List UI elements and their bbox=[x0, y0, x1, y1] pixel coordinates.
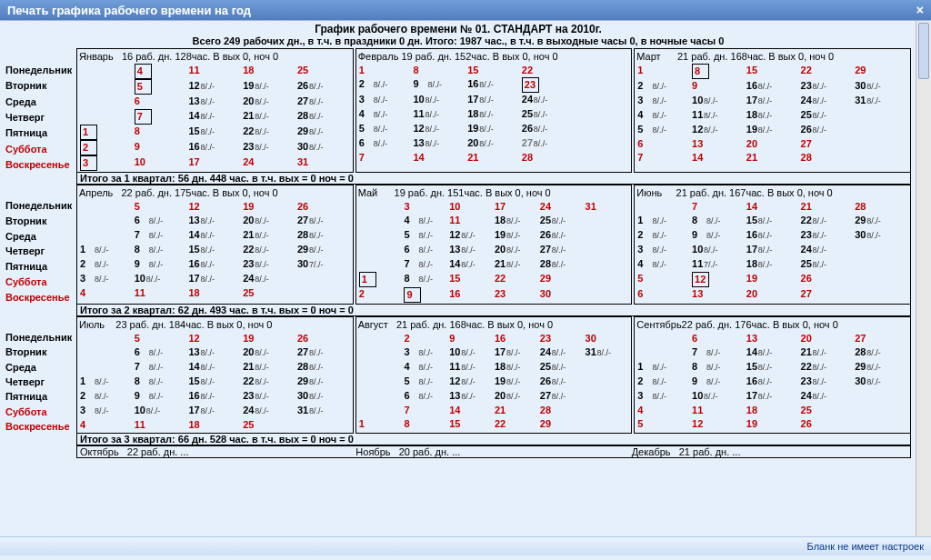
report-title: График рабочего времени № 01. СТАНДАРТ н… bbox=[5, 23, 911, 35]
quarter-4-row-partial: Октябрь 22 раб. дн. ... Ноябрь 20 раб. д… bbox=[76, 445, 911, 458]
window-titlebar: Печать графика рабочего времени на год × bbox=[0, 0, 931, 20]
viewport: График рабочего времени № 01. СТАНДАРТ н… bbox=[0, 20, 931, 555]
month-jan: Январь 16 раб. дн. 128час. В вых 0, ноч … bbox=[76, 48, 354, 173]
report-page: График рабочего времени № 01. СТАНДАРТ н… bbox=[0, 21, 916, 460]
month-sep: Сентябрь22 раб. дн. 176час. В вых 0, ноч… bbox=[634, 316, 911, 434]
close-icon[interactable]: × bbox=[916, 3, 924, 17]
month-mar: Март 21 раб. дн. 168час. В вых 0, ноч 0 … bbox=[634, 48, 911, 173]
month-feb: Февраль 19 раб. дн. 152час. В вых 0, ноч… bbox=[355, 48, 633, 173]
quarter-1-row: Понедельник Вторник Среда Четверг Пятниц… bbox=[5, 48, 911, 173]
status-text: Бланк не имеет настроек bbox=[807, 541, 924, 552]
scrollbar-thumb[interactable] bbox=[918, 23, 929, 79]
quarter-2-row: ПонедельникВторникСреда ЧетвергПятница С… bbox=[5, 185, 911, 305]
month-apr: Апрель 22 раб. дн. 175час. В вых 0, ноч … bbox=[76, 185, 354, 305]
month-jun: Июнь 21 раб. дн. 167час. В вых 0, ноч 0 … bbox=[634, 185, 911, 305]
day-of-week-labels: Понедельник Вторник Среда Четверг Пятниц… bbox=[5, 62, 76, 173]
report-summary: Всего 249 рабочих дн., в т.ч. в праздник… bbox=[5, 35, 911, 46]
month-aug: Август 21 раб. дн. 168час. В вых 0, ноч … bbox=[355, 316, 633, 434]
status-bar: Бланк не имеет настроек bbox=[0, 536, 931, 555]
quarter-1-total: Итого за 1 квартал: 56 дн. 448 час. в т.… bbox=[76, 173, 911, 185]
month-may: Май 19 раб. дн. 151час. В вых 0, ноч 0 3… bbox=[355, 185, 633, 305]
quarter-2-total: Итого за 2 квартал: 62 дн. 493 час. в т.… bbox=[76, 305, 911, 316]
quarter-3-total: Итого за 3 квартал: 66 дн. 528 час. в т.… bbox=[76, 434, 911, 445]
scrollbar[interactable] bbox=[916, 21, 931, 537]
window-title: Печать графика рабочего времени на год bbox=[7, 4, 251, 17]
quarter-3-row: ПонедельникВторникСреда ЧетвергПятница С… bbox=[5, 316, 911, 434]
month-jul: Июль 23 раб. дн. 184час. В вых 0, ноч 0 … bbox=[76, 316, 354, 434]
